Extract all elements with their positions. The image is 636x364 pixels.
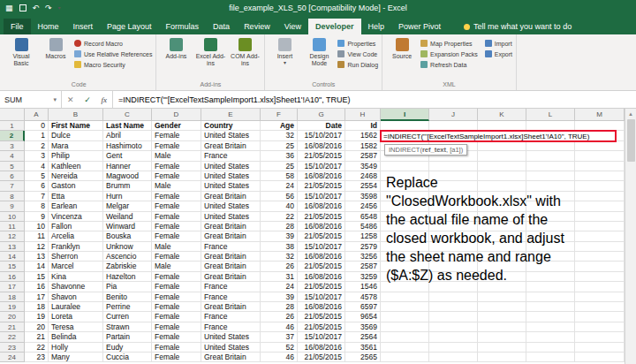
cell-A14[interactable]: 13 — [25, 252, 49, 262]
cell-C19[interactable]: Perrine — [103, 302, 152, 312]
cell-L5[interactable] — [526, 162, 575, 171]
cell-F12[interactable]: 39 — [261, 231, 298, 241]
cell-E21[interactable]: France — [201, 322, 261, 332]
cell-A8[interactable]: 7 — [25, 192, 49, 201]
cell-I18[interactable] — [381, 292, 429, 302]
design-mode-button[interactable]: Design Mode — [303, 36, 335, 67]
cell-D21[interactable]: Female — [152, 322, 201, 332]
column-header-G[interactable]: G — [298, 109, 345, 121]
cell-H17[interactable]: 1546 — [345, 282, 381, 292]
cell-L24[interactable] — [526, 353, 575, 362]
cell-E17[interactable]: France — [201, 282, 261, 292]
cell-A7[interactable]: 6 — [25, 181, 49, 191]
tab-review[interactable]: Review — [237, 19, 277, 34]
cell-E1[interactable]: Country — [201, 121, 261, 131]
com-addins-button[interactable]: COM Add-ins — [229, 36, 261, 67]
cell-H13[interactable]: 2579 — [345, 242, 381, 252]
row-header-18[interactable]: 18 — [0, 292, 25, 302]
cell-I24[interactable] — [381, 353, 429, 362]
cell-C5[interactable]: Hanner — [103, 162, 152, 171]
cell-D23[interactable]: Female — [152, 343, 201, 353]
cell-M5[interactable] — [575, 162, 625, 171]
cell-C8[interactable]: Hurn — [103, 192, 152, 201]
cell-G2[interactable]: 15/10/2017 — [298, 131, 345, 140]
row-header-20[interactable]: 20 — [0, 312, 25, 322]
cell-F22[interactable]: 37 — [261, 332, 298, 342]
tab-home[interactable]: Home — [31, 19, 66, 34]
select-all-corner[interactable] — [0, 109, 25, 121]
cell-A11[interactable]: 10 — [25, 222, 49, 231]
cell-K22[interactable] — [478, 332, 526, 342]
row-header-23[interactable]: 23 — [0, 343, 25, 353]
redo-icon[interactable]: ↷ — [45, 4, 52, 12]
insert-control-button[interactable]: Insert ▾ — [269, 36, 300, 66]
cell-E23[interactable]: United States — [201, 343, 261, 353]
cell-B20[interactable]: Loreta — [49, 312, 103, 322]
cell-E10[interactable]: United States — [201, 212, 261, 222]
cell-E6[interactable]: United States — [201, 171, 261, 181]
cell-D7[interactable]: Male — [152, 181, 201, 191]
cell-L19[interactable] — [526, 302, 575, 312]
row-header-12[interactable]: 12 — [0, 231, 25, 241]
cell-A13[interactable]: 12 — [25, 242, 49, 252]
cell-B21[interactable]: Teresa — [49, 322, 103, 332]
column-header-L[interactable]: L — [526, 109, 575, 121]
cell-H24[interactable]: 2565 — [345, 353, 381, 362]
cell-H14[interactable]: 3256 — [345, 252, 381, 262]
cell-L18[interactable] — [526, 292, 575, 302]
cell-E15[interactable]: Great Britain — [201, 262, 261, 271]
cell-B3[interactable]: Mara — [49, 141, 103, 151]
cell-G23[interactable]: 16/08/2016 — [298, 343, 345, 353]
cell-E18[interactable]: France — [201, 292, 261, 302]
column-header-A[interactable]: A — [25, 109, 49, 121]
cell-C10[interactable]: Weiland — [103, 212, 152, 222]
save-icon[interactable] — [19, 4, 26, 11]
cell-F17[interactable]: 24 — [261, 282, 298, 292]
tell-me-box[interactable]: Tell me what you want to do — [457, 19, 579, 34]
cell-H12[interactable]: 1258 — [345, 231, 381, 241]
row-header-9[interactable]: 9 — [0, 201, 25, 211]
cell-I5[interactable] — [381, 162, 429, 171]
cell-C16[interactable]: Hazelton — [103, 272, 152, 282]
cell-H5[interactable]: 3549 — [345, 162, 381, 171]
cell-B4[interactable]: Philip — [49, 151, 103, 161]
tab-file[interactable]: File — [4, 19, 31, 34]
cell-B1[interactable]: First Name — [49, 121, 103, 131]
cell-I21[interactable] — [381, 322, 429, 332]
row-header-19[interactable]: 19 — [0, 302, 25, 312]
cell-A10[interactable]: 9 — [25, 212, 49, 222]
cell-B7[interactable]: Gaston — [49, 181, 103, 191]
cell-M3[interactable] — [575, 141, 625, 151]
cell-C7[interactable]: Brumm — [103, 181, 152, 191]
cell-F24[interactable]: 46 — [261, 353, 298, 362]
row-header-2[interactable]: 2 — [0, 131, 25, 140]
cell-E11[interactable]: Great Britain — [201, 222, 261, 231]
macros-button[interactable]: Macros — [40, 36, 72, 60]
tab-power-pivot[interactable]: Power Pivot — [391, 19, 448, 34]
cell-J22[interactable] — [429, 332, 478, 342]
cell-B14[interactable]: Sherron — [49, 252, 103, 262]
cell-C9[interactable]: Melgar — [103, 201, 152, 211]
cell-A2[interactable]: 1 — [25, 131, 49, 140]
cell-H2[interactable]: 1562 — [345, 131, 381, 140]
cell-H11[interactable]: 5486 — [345, 222, 381, 231]
cell-A18[interactable]: 17 — [25, 292, 49, 302]
cell-I23[interactable] — [381, 343, 429, 353]
cell-E8[interactable]: Great Britain — [201, 192, 261, 201]
row-header-15[interactable]: 15 — [0, 262, 25, 271]
cell-J19[interactable] — [429, 302, 478, 312]
cell-F15[interactable]: 26 — [261, 262, 298, 271]
cell-C17[interactable]: Pia — [103, 282, 152, 292]
column-header-K[interactable]: K — [478, 109, 526, 121]
cell-C15[interactable]: Zabriskie — [103, 262, 152, 271]
cell-F14[interactable]: 32 — [261, 252, 298, 262]
cell-A15[interactable]: 14 — [25, 262, 49, 271]
cell-H22[interactable]: 2564 — [345, 332, 381, 342]
map-properties-button[interactable]: Map Properties — [420, 40, 478, 47]
cell-G21[interactable]: 21/05/2015 — [298, 322, 345, 332]
cell-D14[interactable]: Female — [152, 252, 201, 262]
cell-K24[interactable] — [478, 353, 526, 362]
cell-E24[interactable]: Great Britain — [201, 353, 261, 362]
cell-G16[interactable]: 16/08/2016 — [298, 272, 345, 282]
cell-G14[interactable]: 16/08/2016 — [298, 252, 345, 262]
